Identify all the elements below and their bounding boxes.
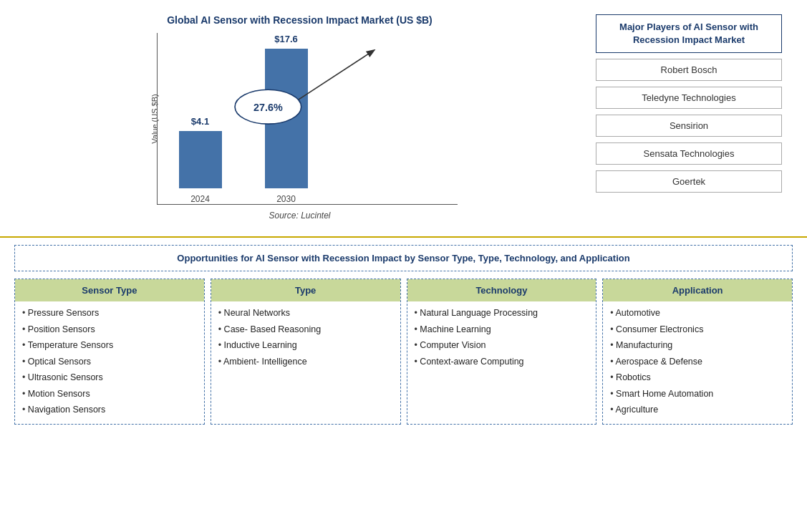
chart-title: Global AI Sensor with Recession Impact M… <box>167 14 433 26</box>
major-players-title: Major Players of AI Sensor with Recessio… <box>596 14 782 53</box>
player-item-1: Teledyne Technologies <box>596 87 782 109</box>
type-header: Type <box>211 279 400 301</box>
bar-value-2024: $4.1 <box>191 116 209 127</box>
sensor-item-5: Motion Sensors <box>22 388 197 401</box>
bar-value-2030: $17.6 <box>274 34 298 44</box>
source-text: Source: Lucintel <box>269 211 330 221</box>
app-item-2: Manufacturing <box>610 339 785 352</box>
opportunities-title: Opportunities for AI Sensor with Recessi… <box>14 245 793 271</box>
bar-group-2024: $4.1 2024 <box>179 116 222 204</box>
app-item-4: Robotics <box>610 372 785 385</box>
app-item-6: Agriculture <box>610 404 785 417</box>
tech-item-3: Context-aware Computing <box>415 356 589 369</box>
tech-item-1: Machine Learning <box>415 324 589 337</box>
sensor-item-0: Pressure Sensors <box>22 307 197 320</box>
player-item-2: Sensirion <box>596 115 782 137</box>
bar-label-2030: 2030 <box>276 194 296 204</box>
bars-wrapper: $4.1 2024 $17.6 2030 <box>157 33 458 205</box>
sensor-item-4: Ultrasonic Sensors <box>22 372 197 385</box>
sensor-item-1: Position Sensors <box>22 324 197 337</box>
application-column: Application Automotive Consumer Electron… <box>602 279 793 425</box>
sensor-item-3: Optical Sensors <box>22 356 197 369</box>
player-item-3: Sensata Technologies <box>596 142 782 165</box>
sensor-item-6: Navigation Sensors <box>22 404 197 417</box>
bar-label-2024: 2024 <box>190 194 210 204</box>
technology-items: Natural Language Processing Machine Lear… <box>407 307 596 368</box>
major-players-section: Major Players of AI Sensor with Recessio… <box>585 7 793 229</box>
bottom-section: Opportunities for AI Sensor with Recessi… <box>0 238 807 432</box>
chart-area: Global AI Sensor with Recession Impact M… <box>14 7 585 229</box>
type-items: Neural Networks Case- Based Reasoning In… <box>211 307 400 368</box>
app-item-0: Automotive <box>610 307 785 320</box>
sensor-type-header: Sensor Type <box>15 279 204 301</box>
bar-2030 <box>265 49 308 188</box>
type-item-0: Neural Networks <box>218 307 393 320</box>
sensor-type-items: Pressure Sensors Position Sensors Temper… <box>15 307 204 417</box>
application-header: Application <box>603 279 792 301</box>
app-item-3: Aerospace & Defense <box>610 356 785 369</box>
type-item-1: Case- Based Reasoning <box>218 324 393 337</box>
player-item-0: Robert Bosch <box>596 59 782 81</box>
player-item-4: Goertek <box>596 170 782 193</box>
sensor-type-column: Sensor Type Pressure Sensors Position Se… <box>14 279 205 425</box>
columns-container: Sensor Type Pressure Sensors Position Se… <box>14 279 793 425</box>
bar-2024 <box>179 131 222 188</box>
tech-item-2: Computer Vision <box>415 339 589 352</box>
app-item-1: Consumer Electronics <box>610 324 785 337</box>
technology-column: Technology Natural Language Processing M… <box>407 279 597 425</box>
type-item-3: Ambient- Intelligence <box>218 356 393 369</box>
type-column: Type Neural Networks Case- Based Reasoni… <box>211 279 401 425</box>
application-items: Automotive Consumer Electronics Manufact… <box>603 307 792 417</box>
bar-group-2030: $17.6 2030 <box>265 34 308 204</box>
tech-item-0: Natural Language Processing <box>415 307 589 320</box>
type-item-2: Inductive Learning <box>218 339 393 352</box>
app-item-5: Smart Home Automation <box>610 388 785 401</box>
technology-header: Technology <box>407 279 596 301</box>
sensor-item-2: Temperature Sensors <box>22 339 197 352</box>
